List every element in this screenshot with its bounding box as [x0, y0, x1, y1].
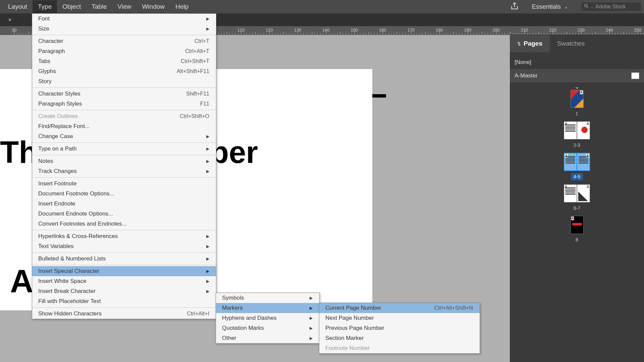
pages-thumbnails: A 1 A A 2-3 A A 4-5 A A 6-7 [510, 86, 644, 243]
menu-table[interactable]: Table [86, 0, 112, 13]
menu-item-story[interactable]: Story [32, 76, 216, 86]
page-thumb-1[interactable]: A 1 [571, 90, 584, 117]
chevron-right-icon: ▶ [193, 269, 209, 274]
updown-icon: ⇅ [517, 41, 521, 46]
chevron-right-icon: ▶ [296, 326, 313, 330]
menu-item-symbols[interactable]: Symbols▶ [216, 293, 319, 303]
menu-item-text-variables[interactable]: Text Variables▶ [32, 241, 216, 251]
markers-submenu: Current Page NumberCtrl+Alt+Shift+NNext … [319, 303, 480, 354]
workspace-label: Essentials [532, 3, 561, 10]
menu-item-paragraph-styles[interactable]: Paragraph StylesF11 [32, 99, 216, 109]
menu-item-glyphs[interactable]: GlyphsAlt+Shift+F11 [32, 66, 216, 76]
chevron-right-icon: ▶ [193, 16, 209, 21]
chevron-right-icon: ▶ [296, 336, 313, 341]
page-label-4-5: 4-5 [571, 173, 583, 180]
tab-swatches-label: Swatches [557, 40, 585, 47]
chevron-down-icon: ⌄ [564, 4, 568, 9]
menu-help[interactable]: Help [170, 0, 194, 13]
menu-item-notes[interactable]: Notes▶ [32, 156, 216, 166]
chevron-right-icon: ▶ [193, 289, 209, 294]
menu-type[interactable]: Type [33, 0, 57, 13]
menu-item-current-page-number[interactable]: Current Page NumberCtrl+Alt+Shift+N [319, 303, 480, 313]
chevron-right-icon: ▶ [193, 244, 209, 249]
chevron-right-icon: ▶ [296, 316, 313, 320]
menu-item-insert-endnote[interactable]: Insert Endnote [32, 199, 216, 209]
menu-item-document-endnote-options-[interactable]: Document Endnote Options... [32, 209, 216, 219]
master-none[interactable]: [None] [510, 56, 644, 69]
menu-item-track-changes[interactable]: Track Changes▶ [32, 166, 216, 176]
master-thumbnail [631, 72, 639, 79]
menu-item-hyperlinks-cross-references[interactable]: Hyperlinks & Cross-References▶ [32, 231, 216, 241]
menu-item-paragraph[interactable]: ParagraphCtrl+Alt+T [32, 46, 216, 56]
adobe-stock-search[interactable]: ⌄ Adobe Stock [581, 2, 641, 11]
type-menu-dropdown: Font▶Size▶CharacterCtrl+TParagraphCtrl+A… [32, 13, 216, 319]
menu-item-markers[interactable]: Markers▶ [216, 303, 319, 313]
chevron-right-icon: ▶ [296, 296, 313, 300]
menu-item-insert-white-space[interactable]: Insert White Space▶ [32, 276, 216, 286]
menu-item-create-outlines: Create OutlinesCtrl+Shift+O [32, 111, 216, 121]
spine-indicator-icon [575, 87, 579, 89]
svg-point-0 [585, 4, 587, 7]
menu-layout[interactable]: Layout [3, 0, 33, 13]
menu-item-previous-page-number[interactable]: Previous Page Number [319, 323, 480, 333]
chevron-right-icon: ▶ [193, 234, 209, 239]
chevron-down-icon: ⌄ [591, 5, 593, 9]
chevron-right-icon: ▶ [193, 256, 209, 261]
menu-item-bulleted-numbered-lists[interactable]: Bulleted & Numbered Lists▶ [32, 254, 216, 264]
insert-special-character-submenu: Symbols▶Markers▶Hyphens and Dashes▶Quota… [216, 293, 320, 344]
menu-item-insert-break-character[interactable]: Insert Break Character▶ [32, 286, 216, 296]
page-label-6-7: 6-7 [571, 204, 583, 212]
share-icon[interactable] [510, 2, 519, 12]
menu-item-show-hidden-characters[interactable]: Show Hidden CharactersCtrl+Alt+I [32, 309, 216, 319]
menu-item-convert-footnotes-and-endnotes-[interactable]: Convert Footnotes and Endnotes... [32, 219, 216, 229]
menu-item-font[interactable]: Font▶ [32, 14, 216, 24]
menu-item-size[interactable]: Size▶ [32, 24, 216, 34]
menu-item-hyphens-and-dashes[interactable]: Hyphens and Dashes▶ [216, 313, 319, 323]
chevron-right-icon: ▶ [193, 159, 209, 164]
svg-line-1 [587, 7, 588, 8]
workspace-selector[interactable]: Essentials ⌄ [528, 3, 572, 10]
page-label-2-3: 2-3 [571, 141, 583, 149]
tab-swatches[interactable]: Swatches [550, 35, 592, 52]
menu-item-footnote-number: Footnote Number [319, 343, 480, 353]
menu-view[interactable]: View [112, 0, 137, 13]
menu-object[interactable]: Object [57, 0, 86, 13]
page-thumb-8[interactable]: A 8 [571, 216, 584, 243]
panel-tabs: ⇅ Pages Swatches [510, 35, 644, 52]
pages-panel: ⇅ Pages Swatches [None] A-Master A 1 A A [510, 35, 644, 362]
tab-pages[interactable]: ⇅ Pages [510, 35, 550, 52]
masters-list: [None] A-Master [510, 52, 644, 86]
search-icon [584, 4, 589, 10]
tab-pages-label: Pages [524, 40, 542, 47]
chevron-right-icon: ▶ [296, 306, 313, 310]
menu-item-document-footnote-options-[interactable]: Document Footnote Options... [32, 189, 216, 199]
menu-item-insert-special-character[interactable]: Insert Special Character▶ [32, 266, 216, 276]
menu-item-character-styles[interactable]: Character StylesShift+F11 [32, 89, 216, 99]
menu-item-type-on-a-path[interactable]: Type on a Path▶ [32, 144, 216, 154]
page-label-8: 8 [573, 236, 581, 243]
page-thumb-6-7[interactable]: A A 6-7 [564, 184, 590, 212]
page-thumb-2-3[interactable]: A A 2-3 [564, 121, 590, 149]
menu-item-change-case[interactable]: Change Case▶ [32, 131, 216, 141]
page-label-1: 1 [573, 110, 581, 117]
menu-item-section-marker[interactable]: Section Marker [319, 333, 480, 343]
menu-item-fill-with-placeholder-text[interactable]: Fill with Placeholder Text [32, 296, 216, 306]
menu-item-tabs[interactable]: TabsCtrl+Shift+T [32, 56, 216, 66]
chevron-right-icon: ▶ [193, 134, 209, 139]
menubar: Layout Type Object Table View Window Hel… [0, 0, 644, 13]
menu-item-insert-footnote[interactable]: Insert Footnote [32, 179, 216, 189]
menu-item-other[interactable]: Other▶ [216, 333, 319, 343]
menu-item-next-page-number[interactable]: Next Page Number [319, 313, 480, 323]
menu-item-find-replace-font-[interactable]: Find/Replace Font... [32, 121, 216, 131]
chevron-right-icon: ▶ [193, 279, 209, 284]
tab-close-button[interactable]: × [3, 16, 17, 23]
menu-item-quotation-marks[interactable]: Quotation Marks▶ [216, 323, 319, 333]
menu-item-character[interactable]: CharacterCtrl+T [32, 36, 216, 46]
page-thumb-4-5[interactable]: A A 4-5 [564, 153, 590, 180]
menu-window[interactable]: Window [137, 0, 170, 13]
chevron-right-icon: ▶ [193, 26, 209, 31]
chevron-right-icon: ▶ [193, 146, 209, 151]
heading-text-a[interactable]: A [10, 263, 33, 300]
chevron-right-icon: ▶ [193, 169, 209, 174]
master-a[interactable]: A-Master [510, 69, 644, 82]
